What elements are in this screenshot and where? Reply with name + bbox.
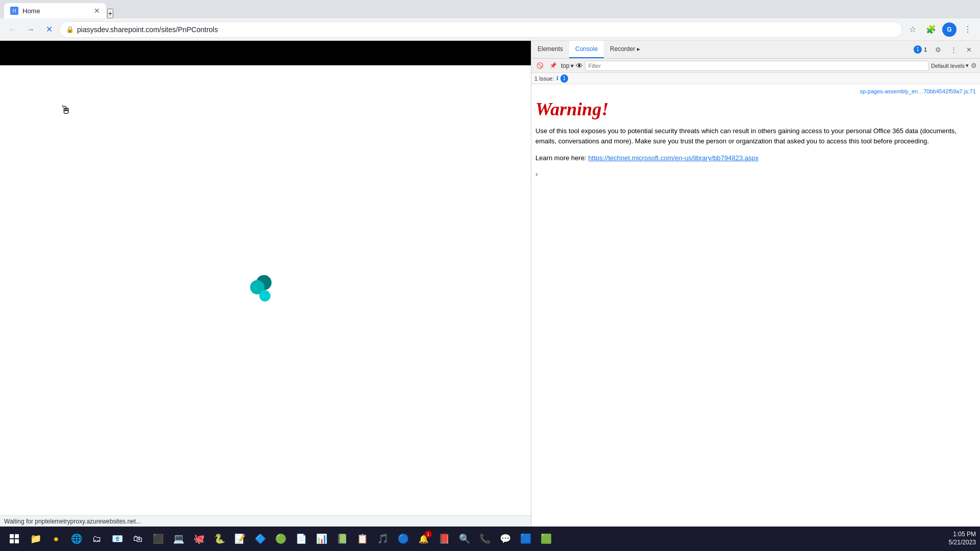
toolbar-right: ☆ 🧩 G ⋮: [904, 21, 976, 38]
page-content: 🖱 Waiting for pnptelemetryproxy.azureweb…: [0, 41, 531, 527]
taskbar: 📁 ● 🌐 🗂 📧 🛍 ⬛ 💻 🐙 🐍 📝 🔷 🟢 📄 📊 📗 📋 🎵 🔵 🔔 …: [0, 527, 980, 551]
pin-console-button[interactable]: 📌: [548, 61, 559, 70]
issue-icon: ℹ: [556, 75, 558, 82]
clear-console-button[interactable]: 🚫: [534, 61, 546, 70]
learn-more-text: Learn more here: https://technet.microso…: [535, 154, 976, 162]
dropdown-arrow-icon-2: ▾: [966, 62, 969, 69]
taskbar-notification[interactable]: 🔔 1: [414, 530, 433, 548]
notification-badge: 1: [425, 531, 432, 538]
taskbar-node[interactable]: 🟢: [272, 530, 290, 548]
devtools-close-button[interactable]: ✕: [962, 42, 976, 57]
status-text: Waiting for pnptelemetryproxy.azurewebsi…: [4, 518, 527, 525]
taskbar-outlook[interactable]: 📧: [108, 530, 127, 548]
learn-more-prefix: Learn more here:: [535, 154, 586, 162]
content-area: 🖱 Waiting for pnptelemetryproxy.azureweb…: [0, 41, 980, 527]
eye-icon: 👁: [576, 62, 583, 70]
taskbar-terminal[interactable]: ⬛: [149, 530, 167, 548]
learn-more-link[interactable]: https://technet.microsoft.com/en-us/libr…: [588, 154, 758, 162]
clock-date: 5/21/2023: [949, 539, 976, 547]
taskbar-search[interactable]: 🔍: [455, 530, 474, 548]
devtools-tabs: Elements Console Recorder ▸ 1 1 ⚙ ⋮ ✕: [531, 41, 980, 59]
taskbar-python[interactable]: 🐍: [210, 530, 229, 548]
security-icon: 🔒: [66, 26, 74, 33]
browser-tab[interactable]: H Home ✕: [4, 3, 106, 18]
console-toolbar: 🚫 📌 top ▾ 👁 Default levels ▾ ⚙: [531, 59, 980, 73]
profile-button[interactable]: G: [941, 21, 958, 38]
tab-close-button[interactable]: ✕: [94, 7, 100, 14]
mouse-cursor: 🖱: [60, 104, 71, 117]
tab-badge: 1 1: [911, 45, 930, 54]
log-levels-label: Default levels: [931, 63, 965, 69]
tab-recorder[interactable]: Recorder ▸: [604, 41, 646, 58]
warning-heading: Warning!: [535, 98, 976, 120]
system-clock: 1:05 PM 5/21/2023: [949, 531, 976, 546]
site-header: [0, 41, 531, 65]
issues-label: 1 Issue:: [534, 76, 554, 82]
taskbar-edge[interactable]: 🌐: [67, 530, 86, 548]
start-button[interactable]: [4, 529, 24, 549]
new-tab-button[interactable]: +: [107, 9, 113, 18]
taskbar-chrome[interactable]: ●: [47, 530, 65, 548]
taskbar-notes[interactable]: 📋: [353, 530, 372, 548]
issues-bar: 1 Issue: ℹ 1: [531, 73, 980, 84]
browser-toolbar: ← → ✕ 🔒 piasysdev.sharepoint.com/sites/P…: [0, 18, 980, 41]
taskbar-explorer2[interactable]: 🗂: [88, 530, 106, 548]
taskbar-app2[interactable]: 🟩: [537, 530, 555, 548]
console-content: sp-pages-assembly_en…70bb4542f59a7.js:71…: [531, 84, 980, 527]
taskbar-powershell[interactable]: 💻: [169, 530, 188, 548]
issues-badge: 1: [560, 74, 569, 83]
taskbar-phone[interactable]: 📞: [476, 530, 494, 548]
badge-label: 1: [924, 46, 927, 53]
taskbar-store[interactable]: 🛍: [129, 530, 147, 548]
bookmark-button[interactable]: ☆: [904, 21, 921, 38]
taskbar-right: 1:05 PM 5/21/2023: [949, 531, 976, 546]
tab-bar: H Home ✕ +: [0, 0, 980, 18]
warning-body: Use of this tool exposes you to potentia…: [535, 126, 976, 146]
devtools-more-button[interactable]: ⋮: [946, 42, 961, 57]
tab-favicon: H: [10, 7, 18, 15]
dropdown-arrow-icon: ▾: [571, 62, 574, 69]
console-filter-input[interactable]: [585, 61, 929, 71]
url-text: piasysdev.sharepoint.com/sites/PnPContro…: [77, 26, 896, 34]
context-selector[interactable]: top ▾: [561, 62, 574, 69]
tab-console[interactable]: Console: [569, 41, 604, 58]
taskbar-acrobat[interactable]: 📕: [435, 530, 453, 548]
taskbar-vs2[interactable]: 🔷: [251, 530, 270, 548]
console-settings-button[interactable]: ⚙: [971, 62, 977, 69]
clock-time: 1:05 PM: [949, 531, 976, 539]
devtools-settings-button[interactable]: ⚙: [931, 42, 945, 57]
page-body: 🖱: [0, 65, 531, 515]
taskbar-git[interactable]: 🐙: [190, 530, 208, 548]
avatar: G: [942, 22, 957, 37]
address-bar[interactable]: 🔒 piasysdev.sharepoint.com/sites/PnPCont…: [59, 21, 902, 38]
reload-button[interactable]: ✕: [41, 21, 57, 38]
windows-logo-icon: [10, 534, 19, 543]
tab-title: Home: [22, 7, 90, 15]
taskbar-team1[interactable]: 🔵: [394, 530, 412, 548]
loading-spinner: [250, 275, 281, 306]
expand-arrow-icon[interactable]: ›: [535, 170, 538, 178]
devtools-panel: Elements Console Recorder ▸ 1 1 ⚙ ⋮ ✕ 🚫 …: [531, 41, 980, 527]
taskbar-file-explorer[interactable]: 📁: [27, 530, 45, 548]
taskbar-powerpoint[interactable]: 📊: [312, 530, 331, 548]
taskbar-excel[interactable]: 📗: [333, 530, 351, 548]
badge-count: 1: [914, 45, 922, 54]
file-link[interactable]: sp-pages-assembly_en…70bb4542f59a7.js:71: [535, 88, 976, 94]
back-button[interactable]: ←: [4, 21, 20, 38]
devtools-icon-group: 1 1 ⚙ ⋮ ✕: [911, 41, 980, 58]
bubble-3: [259, 290, 271, 302]
taskbar-spotify[interactable]: 🎵: [374, 530, 392, 548]
taskbar-teams2[interactable]: 💬: [496, 530, 514, 548]
extensions-button[interactable]: 🧩: [923, 21, 939, 38]
context-label: top: [561, 62, 570, 69]
tab-elements[interactable]: Elements: [531, 41, 569, 58]
log-levels-button[interactable]: Default levels ▾: [931, 62, 969, 69]
taskbar-word[interactable]: 📄: [292, 530, 310, 548]
forward-button[interactable]: →: [22, 21, 39, 38]
taskbar-vscode[interactable]: 📝: [231, 530, 249, 548]
menu-button[interactable]: ⋮: [960, 21, 976, 38]
status-bar: Waiting for pnptelemetryproxy.azurewebsi…: [0, 515, 531, 527]
taskbar-app1[interactable]: 🟦: [517, 530, 535, 548]
browser-frame: H Home ✕ + ← → ✕ 🔒 piasysdev.sharepoint.…: [0, 0, 980, 551]
